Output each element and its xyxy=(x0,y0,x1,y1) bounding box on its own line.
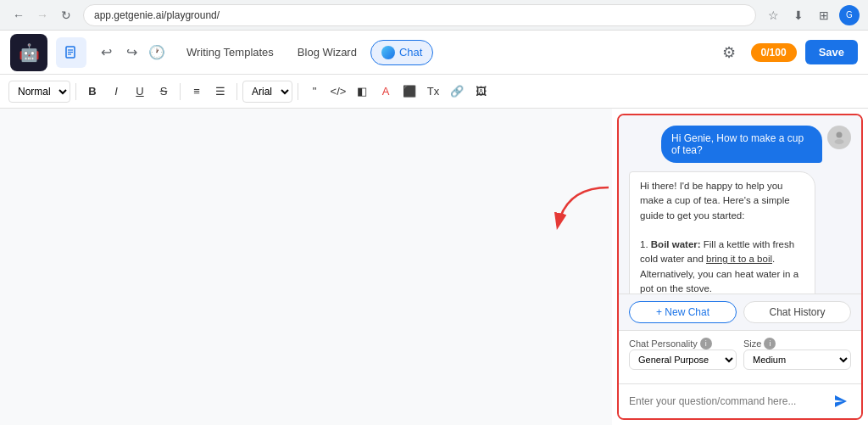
chat-actions-bar: + New Chat Chat History xyxy=(619,294,861,330)
save-button[interactable]: Save xyxy=(805,40,858,64)
header-right: ⚙ 0/100 Save xyxy=(715,39,858,66)
main-layout: Hi Genie, How to make a cup of tea? Hi t… xyxy=(0,109,868,425)
toolbar-divider-1 xyxy=(75,83,76,100)
bot-message-text: Hi there! I'd be happy to help you make … xyxy=(640,181,804,294)
size-setting: Size i Medium xyxy=(743,338,851,370)
app-header: 🤖 ↩ ↪ 🕐 Writing Templates Blog Wizard Ch… xyxy=(0,31,868,75)
personality-info-icon[interactable]: i xyxy=(700,338,712,350)
editor-area[interactable] xyxy=(0,109,612,425)
blog-wizard-tab[interactable]: Blog Wizard xyxy=(287,41,367,64)
bot-message-bubble: Hi there! I'd be happy to help you make … xyxy=(629,171,815,294)
download-button[interactable]: ⬇ xyxy=(788,5,809,25)
code-button[interactable]: </> xyxy=(327,81,349,103)
chat-input[interactable] xyxy=(629,395,826,407)
underline-button[interactable]: U xyxy=(129,81,151,103)
bookmark-button[interactable]: ☆ xyxy=(763,5,783,25)
size-select[interactable]: Medium xyxy=(743,350,851,370)
send-button[interactable] xyxy=(831,391,851,411)
url-text: app.getgenie.ai/playground/ xyxy=(94,9,220,21)
toolbar-divider-4 xyxy=(298,83,298,100)
strikethrough-button[interactable]: S xyxy=(153,81,175,103)
clear-format-button[interactable]: Tx xyxy=(422,81,444,103)
chat-tab[interactable]: Chat xyxy=(370,40,433,65)
font-style-select[interactable]: Normal xyxy=(8,81,70,103)
align-left-button[interactable]: ◧ xyxy=(351,81,373,103)
highlight-button[interactable]: ⬛ xyxy=(398,81,420,103)
reload-button[interactable]: ↻ xyxy=(56,5,76,25)
link-button[interactable]: 🔗 xyxy=(446,81,468,103)
font-color-button[interactable]: A xyxy=(375,81,397,103)
browser-actions: ☆ ⬇ ⊞ G xyxy=(763,5,860,25)
writing-templates-tab[interactable]: Writing Templates xyxy=(176,41,284,64)
forward-button[interactable]: → xyxy=(32,5,53,25)
address-bar[interactable]: app.getgenie.ai/playground/ xyxy=(83,4,756,26)
document-icon-button[interactable] xyxy=(56,37,86,68)
history-button[interactable]: 🕐 xyxy=(144,40,170,65)
nav-tabs: Writing Templates Blog Wizard Chat xyxy=(176,40,433,65)
settings-button[interactable]: ⚙ xyxy=(715,39,743,66)
logo: 🤖 xyxy=(10,34,47,71)
svg-point-5 xyxy=(837,132,843,138)
chat-messages[interactable]: Hi Genie, How to make a cup of tea? Hi t… xyxy=(619,115,861,294)
bold-button[interactable]: B xyxy=(81,81,103,103)
unordered-list-button[interactable]: ☰ xyxy=(209,81,231,103)
size-label: Size i xyxy=(743,338,851,350)
logo-icon: 🤖 xyxy=(19,42,40,63)
chat-tab-label: Chat xyxy=(399,46,422,59)
ordered-list-button[interactable]: ≡ xyxy=(186,81,208,103)
chat-input-area xyxy=(619,383,861,418)
bot-message: Hi there! I'd be happy to help you make … xyxy=(629,171,851,294)
toolbar-divider-2 xyxy=(180,83,181,100)
nav-buttons: ← → ↻ xyxy=(8,5,76,25)
toolbar-divider-3 xyxy=(236,83,237,100)
user-avatar xyxy=(827,126,851,149)
token-badge[interactable]: 0/100 xyxy=(751,43,797,62)
tab-button[interactable]: ⊞ xyxy=(814,5,834,25)
font-family-select[interactable]: Arial xyxy=(242,81,292,103)
personality-select[interactable]: General Purpose xyxy=(629,350,737,370)
undo-button[interactable]: ↩ xyxy=(93,40,119,65)
size-info-icon[interactable]: i xyxy=(764,338,776,350)
chat-history-button[interactable]: Chat History xyxy=(743,301,851,323)
chat-tab-icon xyxy=(381,46,395,59)
svg-point-6 xyxy=(835,139,844,144)
personality-label: Chat Personality i xyxy=(629,338,737,350)
blockquote-button[interactable]: " xyxy=(303,81,326,103)
settings-row: Chat Personality i General Purpose Size … xyxy=(629,338,851,370)
chat-panel: Hi Genie, How to make a cup of tea? Hi t… xyxy=(617,114,863,420)
back-button[interactable]: ← xyxy=(8,5,29,25)
user-message: Hi Genie, How to make a cup of tea? xyxy=(629,126,851,163)
browser-chrome: ← → ↻ app.getgenie.ai/playground/ ☆ ⬇ ⊞ … xyxy=(0,0,868,31)
redo-button[interactable]: ↪ xyxy=(119,40,144,65)
new-chat-button[interactable]: + New Chat xyxy=(629,301,737,323)
personality-setting: Chat Personality i General Purpose xyxy=(629,338,737,370)
user-message-bubble: Hi Genie, How to make a cup of tea? xyxy=(661,126,822,163)
profile-avatar[interactable]: G xyxy=(839,5,860,25)
image-button[interactable]: 🖼 xyxy=(470,81,492,103)
chat-settings: Chat Personality i General Purpose Size … xyxy=(619,330,861,383)
editor-toolbar: Normal B I U S ≡ ☰ Arial " </> ◧ A ⬛ Tx … xyxy=(0,75,868,109)
italic-button[interactable]: I xyxy=(105,81,127,103)
